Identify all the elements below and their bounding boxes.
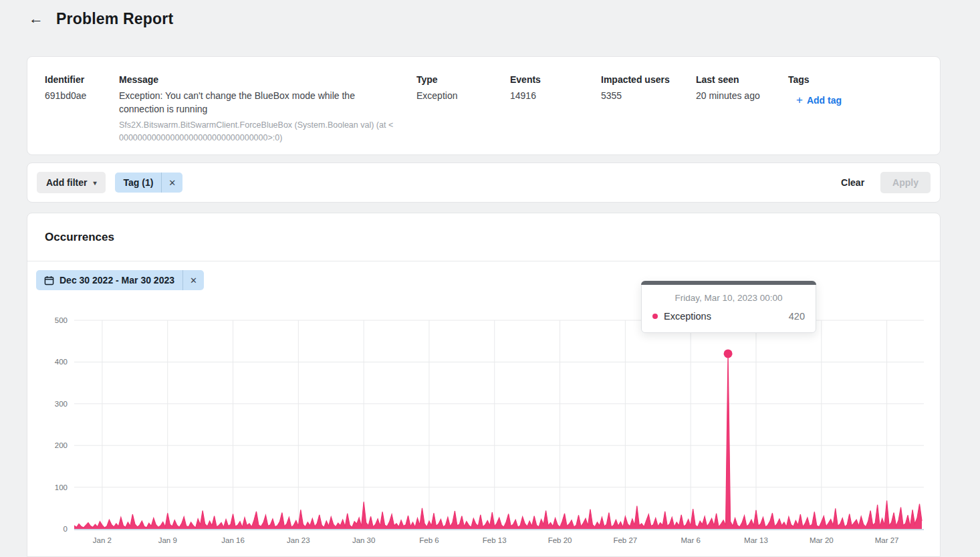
- type-value: Exception: [416, 89, 457, 102]
- svg-text:300: 300: [55, 400, 68, 408]
- add-filter-label: Add filter: [46, 177, 87, 188]
- identifier-label: Identifier: [45, 74, 86, 85]
- svg-text:Mar 20: Mar 20: [810, 536, 834, 544]
- date-range-label: Dec 30 2022 - Mar 30 2023: [59, 275, 174, 286]
- type-label: Type: [416, 74, 457, 85]
- identifier-value: 691bd0ae: [45, 89, 86, 102]
- events-label: Events: [510, 74, 541, 85]
- impacted-users-label: Impacted users: [601, 74, 670, 85]
- tooltip-series-row: Exceptions 420: [642, 306, 816, 332]
- occurrences-card: Occurrences Dec 30 2022 - Mar 30 2023 ✕ …: [27, 213, 941, 557]
- tags-label: Tags: [788, 74, 842, 85]
- svg-text:500: 500: [55, 316, 68, 324]
- message-label: Message: [119, 74, 394, 85]
- svg-text:Jan 23: Jan 23: [287, 536, 310, 544]
- occurrences-header: Occurrences: [27, 213, 940, 261]
- clear-filters-button[interactable]: Clear: [834, 172, 871, 193]
- calendar-icon: [44, 275, 54, 286]
- page-header: ← Problem Report: [27, 5, 173, 32]
- svg-text:0: 0: [64, 525, 68, 533]
- identifier-column: Identifier 691bd0ae: [45, 74, 86, 102]
- message-value: Exception: You can't change the BlueBox …: [119, 89, 394, 116]
- impacted-users-column: Impacted users 5355: [601, 74, 670, 102]
- type-column: Type Exception: [416, 74, 457, 102]
- chart-tooltip: Friday, Mar 10, 2023 00:00 Exceptions 42…: [641, 281, 816, 333]
- add-filter-button[interactable]: Add filter ▾: [37, 172, 106, 193]
- add-tag-button[interactable]: + Add tag: [796, 94, 842, 106]
- apply-filters-button[interactable]: Apply: [880, 172, 931, 193]
- svg-text:Jan 16: Jan 16: [221, 536, 245, 544]
- svg-text:Mar 13: Mar 13: [744, 536, 768, 544]
- events-column: Events 14916: [510, 74, 541, 102]
- tooltip-series-value: 420: [789, 311, 805, 322]
- date-range-chip[interactable]: Dec 30 2022 - Mar 30 2023 ✕: [36, 270, 204, 290]
- add-tag-label: Add tag: [807, 95, 842, 106]
- date-range-close-icon[interactable]: ✕: [182, 270, 204, 290]
- tag-filter-close-icon[interactable]: ✕: [161, 173, 182, 193]
- svg-text:Jan 2: Jan 2: [93, 536, 112, 544]
- events-value: 14916: [510, 89, 541, 102]
- arrow-left-icon: ←: [29, 10, 43, 27]
- last-seen-value: 20 minutes ago: [696, 89, 760, 102]
- svg-text:Feb 20: Feb 20: [548, 536, 572, 544]
- message-column: Message Exception: You can't change the …: [119, 74, 394, 144]
- problem-summary-card: Identifier 691bd0ae Message Exception: Y…: [27, 56, 941, 155]
- last-seen-label: Last seen: [696, 74, 760, 85]
- problem-report-page: ← Problem Report Identifier 691bd0ae Mes…: [0, 0, 980, 557]
- svg-text:100: 100: [55, 483, 68, 491]
- tooltip-date: Friday, Mar 10, 2023 00:00: [642, 285, 816, 306]
- message-stacktrace: Sfs2X.Bitswarm.BitSwarmClient.ForceBlueB…: [119, 119, 394, 145]
- svg-text:Feb 13: Feb 13: [483, 536, 507, 544]
- tags-column: Tags + Add tag: [788, 74, 842, 106]
- svg-text:Jan 30: Jan 30: [352, 536, 376, 544]
- tag-filter-chip[interactable]: Tag (1) ✕: [115, 173, 182, 193]
- chevron-down-icon: ▾: [93, 179, 96, 187]
- tag-filter-chip-label: Tag (1): [123, 177, 153, 188]
- plus-icon: +: [796, 94, 803, 106]
- occurrences-chart-area[interactable]: 0100200300400500Jan 2Jan 9Jan 16Jan 23Ja…: [27, 305, 941, 557]
- svg-text:400: 400: [55, 358, 68, 366]
- filter-bar-card: Add filter ▾ Tag (1) ✕ Clear Apply: [27, 162, 941, 203]
- tooltip-series-name: Exceptions: [664, 311, 711, 322]
- svg-text:Feb 27: Feb 27: [613, 536, 637, 544]
- occurrences-title: Occurrences: [45, 231, 114, 244]
- svg-text:Mar 6: Mar 6: [681, 536, 700, 544]
- page-title: Problem Report: [56, 10, 173, 28]
- svg-text:Feb 6: Feb 6: [419, 536, 439, 544]
- impacted-users-value: 5355: [601, 89, 670, 102]
- last-seen-column: Last seen 20 minutes ago: [696, 74, 760, 102]
- series-dot-icon: [652, 314, 658, 319]
- svg-text:200: 200: [55, 441, 68, 449]
- occurrences-chart[interactable]: 0100200300400500Jan 2Jan 9Jan 16Jan 23Ja…: [27, 305, 941, 557]
- back-button[interactable]: ←: [27, 9, 45, 28]
- svg-text:Jan 9: Jan 9: [158, 536, 177, 544]
- svg-text:Mar 27: Mar 27: [875, 536, 899, 544]
